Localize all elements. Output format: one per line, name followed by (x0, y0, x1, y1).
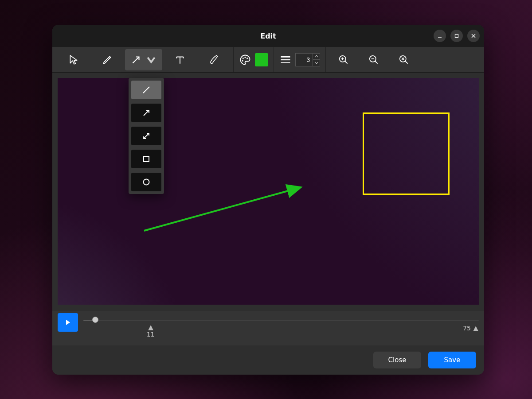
line-tool-dropdown-button[interactable] (125, 49, 162, 70)
zoom-in-button[interactable] (329, 49, 358, 70)
footer: Close Save (52, 345, 484, 375)
close-dialog-button[interactable]: Close (373, 352, 421, 368)
svg-line-25 (143, 87, 149, 93)
svg-point-9 (242, 60, 243, 61)
color-swatch[interactable] (255, 53, 268, 66)
svg-line-4 (109, 57, 110, 58)
start-marker-label: 11 (147, 331, 155, 338)
arrow-annotation[interactable] (142, 180, 306, 233)
svg-line-5 (133, 57, 139, 63)
svg-rect-10 (281, 56, 290, 57)
canvas-area (58, 78, 479, 305)
rectangle-annotation[interactable] (363, 112, 450, 195)
svg-rect-1 (455, 35, 458, 38)
text-tool[interactable] (164, 49, 196, 70)
zoom-reset-button[interactable] (390, 49, 418, 70)
svg-point-6 (243, 57, 244, 58)
stroke-width-field[interactable] (295, 53, 320, 66)
timeline: 11 75 (52, 310, 484, 345)
brush-tool[interactable] (198, 49, 230, 70)
svg-line-21 (405, 61, 407, 63)
minimize-button[interactable] (434, 30, 446, 42)
palette-icon (239, 54, 251, 66)
dropdown-double-arrow[interactable] (131, 127, 161, 145)
maximize-button[interactable] (450, 30, 463, 42)
dropdown-line[interactable] (131, 81, 161, 99)
svg-rect-12 (281, 62, 290, 63)
pencil-tool[interactable] (91, 49, 123, 70)
stroke-width-input[interactable] (296, 54, 313, 66)
zoom-reset-icon (398, 54, 410, 66)
svg-line-24 (144, 188, 299, 231)
svg-rect-28 (144, 156, 149, 162)
track-line (83, 320, 479, 321)
marker-icon (473, 325, 479, 332)
svg-rect-11 (281, 59, 290, 60)
start-marker[interactable]: 11 (147, 325, 155, 338)
dropdown-rectangle[interactable] (131, 150, 161, 168)
end-marker[interactable]: 75 (463, 325, 479, 332)
svg-point-7 (244, 56, 246, 58)
pointer-tool[interactable] (58, 49, 90, 70)
close-button[interactable] (467, 30, 480, 42)
canvas[interactable] (58, 78, 479, 305)
end-marker-label: 75 (463, 325, 471, 332)
brush-icon (208, 54, 219, 66)
stroke-increment[interactable] (313, 54, 320, 60)
toolbar (52, 47, 484, 73)
window-controls (434, 30, 480, 42)
line-tool-dropdown (129, 78, 164, 194)
svg-line-26 (144, 111, 149, 116)
svg-point-29 (144, 179, 149, 185)
save-button[interactable]: Save (428, 352, 476, 368)
playhead[interactable] (92, 317, 98, 323)
arrow-icon (130, 54, 142, 66)
stroke-width-icon (279, 54, 292, 66)
zoom-out-icon (368, 54, 379, 66)
play-button[interactable] (58, 313, 78, 332)
titlebar: Edit (52, 25, 484, 47)
edit-window: Edit (52, 25, 484, 375)
play-icon (64, 319, 71, 326)
svg-line-14 (345, 61, 347, 63)
dropdown-arrow[interactable] (131, 104, 161, 122)
stroke-decrement[interactable] (313, 60, 320, 66)
timeline-track[interactable]: 11 75 (83, 313, 479, 338)
window-title: Edit (260, 32, 276, 40)
pencil-icon (102, 54, 113, 66)
svg-line-27 (144, 134, 149, 138)
zoom-out-button[interactable] (360, 49, 388, 70)
svg-line-18 (375, 61, 377, 63)
text-icon (174, 54, 186, 66)
svg-point-8 (246, 57, 248, 58)
chevron-down-icon (145, 54, 157, 66)
dropdown-circle[interactable] (131, 173, 161, 191)
pointer-icon (68, 54, 79, 66)
marker-icon (148, 325, 154, 331)
zoom-in-icon (338, 54, 349, 66)
